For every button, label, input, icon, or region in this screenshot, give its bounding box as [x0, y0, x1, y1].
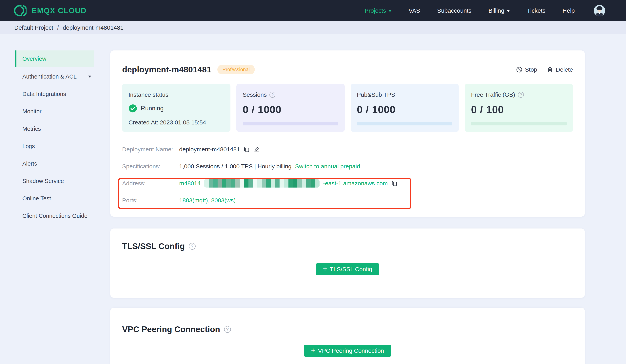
tls-section: TLS/SSL Config + TLS/SSL Config — [110, 228, 585, 298]
address-row: Address: m48014 -east-1.amazonaws.com — [122, 175, 573, 192]
nav-link-subaccounts[interactable]: Subaccounts — [437, 7, 471, 14]
status-text: Running — [141, 105, 163, 112]
breadcrumb-separator: / — [57, 24, 59, 31]
vpc-section-title: VPC Peering Connection — [122, 325, 220, 334]
redacted-address-mosaic — [204, 179, 319, 187]
stat-label: Sessions — [243, 91, 267, 98]
stat-card-pub-sub-tps: Pub&Sub TPS 0 / 1000 — [351, 84, 459, 132]
sidebar-item-monitor[interactable]: Monitor — [15, 103, 94, 120]
nav-link-billing[interactable]: Billing — [488, 7, 510, 14]
ban-icon — [516, 66, 523, 73]
address-label: Address: — [122, 180, 179, 187]
stat-card-free-traffic-gb: Free Traffic (GB) 0 / 100 — [465, 84, 573, 132]
sidebar-item-logs[interactable]: Logs — [15, 138, 94, 155]
deployment-name-label: Deployment Name: — [122, 146, 179, 153]
deployment-name-row: Deployment Name: deployment-m4801481 — [122, 141, 573, 158]
redacted-block — [266, 179, 271, 187]
edit-pencil-icon — [253, 146, 260, 152]
sidebar-item-alerts[interactable]: Alerts — [15, 155, 94, 172]
sidebar-item-online-test[interactable]: Online Test — [15, 190, 94, 207]
sidebar: Overview Authentication & ACL Data Integ… — [15, 50, 94, 224]
stat-value: 0 / 1000 — [357, 104, 453, 115]
sidebar-item-metrics[interactable]: Metrics — [15, 120, 94, 138]
copy-address-button[interactable] — [391, 180, 397, 186]
redacted-block — [244, 179, 248, 187]
sidebar-item-client-connections-guide[interactable]: Client Connections Guide — [15, 207, 94, 224]
copy-icon — [243, 146, 250, 152]
redacted-block — [279, 179, 284, 187]
add-vpc-peering-button[interactable]: + VPC Peering Connection — [304, 345, 391, 357]
redacted-block — [311, 179, 315, 187]
address-suffix: -east-1.amazonaws.com — [323, 180, 388, 187]
stat-progress — [243, 122, 338, 125]
chevron-down-icon — [507, 10, 510, 12]
redacted-block — [248, 179, 253, 187]
delete-button[interactable]: Delete — [547, 66, 573, 73]
redacted-block — [275, 179, 279, 187]
help-icon[interactable] — [189, 243, 196, 250]
stat-progress — [471, 122, 567, 125]
deployment-title: deployment-m4801481 — [122, 65, 211, 74]
stats-row: Instance status Running Created At: 2023… — [122, 84, 573, 132]
copy-icon — [391, 180, 397, 186]
plan-badge: Professional — [217, 65, 255, 74]
stat-label: Pub&Sub TPS — [357, 91, 395, 98]
user-avatar[interactable] — [594, 5, 605, 16]
chevron-down-icon — [88, 75, 91, 77]
stat-card-sessions: Sessions 0 / 1000 — [236, 84, 345, 132]
vpc-section: VPC Peering Connection + VPC Peering Con… — [110, 308, 585, 364]
brand-logo[interactable]: EMQX CLOUD — [14, 4, 87, 17]
trash-icon — [547, 66, 553, 73]
redacted-block — [240, 179, 244, 187]
redacted-block — [235, 179, 239, 187]
deployment-details: Deployment Name: deployment-m4801481 Spe… — [122, 141, 573, 209]
sidebar-item-shadow-service[interactable]: Shadow Service — [15, 172, 94, 190]
add-tls-config-button[interactable]: + TLS/SSL Config — [316, 263, 379, 275]
redacted-block — [302, 179, 306, 187]
check-circle-icon — [128, 104, 137, 113]
specifications-label: Specifications: — [122, 163, 179, 170]
plus-icon: + — [311, 347, 315, 354]
sidebar-item-overview[interactable]: Overview — [15, 50, 94, 67]
avatar-glasses — [597, 9, 602, 10]
help-icon[interactable] — [270, 92, 275, 98]
breadcrumb-current: deployment-m4801481 — [63, 24, 123, 31]
redacted-block — [231, 179, 235, 187]
redacted-block — [293, 179, 297, 187]
redacted-block — [271, 179, 275, 187]
created-at: Created At: 2023.01.05 15:54 — [128, 119, 224, 126]
nav-link-vas[interactable]: VAS — [409, 7, 420, 14]
nav-link-help[interactable]: Help — [562, 7, 575, 14]
redacted-block — [253, 179, 257, 187]
ports-value: 1883(mqtt), 8083(ws) — [179, 197, 235, 204]
switch-billing-link[interactable]: Switch to annual prepaid — [295, 163, 360, 170]
tls-section-title: TLS/SSL Config — [122, 242, 185, 251]
top-navbar: EMQX CLOUD Projects VAS Subaccounts Bill… — [0, 0, 626, 21]
address-prefix: m48014 — [179, 180, 200, 187]
nav-link-tickets[interactable]: Tickets — [527, 7, 546, 14]
brand-name: EMQX CLOUD — [32, 6, 87, 15]
sidebar-item-authentication-acl[interactable]: Authentication & ACL — [15, 68, 94, 85]
chevron-down-icon — [389, 10, 391, 12]
copy-name-button[interactable] — [243, 146, 250, 152]
redacted-block — [222, 179, 226, 187]
stat-value: 0 / 100 — [471, 104, 567, 115]
redacted-block — [226, 179, 231, 187]
specifications-value: 1,000 Sessions / 1,000 TPS | Hourly bill… — [179, 163, 292, 170]
redacted-block — [204, 179, 208, 187]
nav-link-projects[interactable]: Projects — [365, 7, 391, 14]
sidebar-item-data-integrations[interactable]: Data Integrations — [15, 85, 94, 103]
help-icon[interactable] — [518, 92, 524, 98]
avatar-tie — [599, 14, 600, 16]
redacted-block — [213, 179, 217, 187]
redacted-block — [306, 179, 311, 187]
help-icon[interactable] — [224, 326, 231, 333]
edit-name-button[interactable] — [253, 146, 260, 152]
emqx-logo-icon — [14, 4, 27, 17]
specifications-row: Specifications: 1,000 Sessions / 1,000 T… — [122, 158, 573, 175]
breadcrumb-project[interactable]: Default Project — [14, 24, 53, 31]
ports-row: Ports: 1883(mqtt), 8083(ws) — [122, 192, 573, 209]
redacted-block — [284, 179, 288, 187]
deployment-card: deployment-m4801481 Professional Stop De… — [110, 50, 585, 217]
stop-button[interactable]: Stop — [516, 66, 537, 73]
